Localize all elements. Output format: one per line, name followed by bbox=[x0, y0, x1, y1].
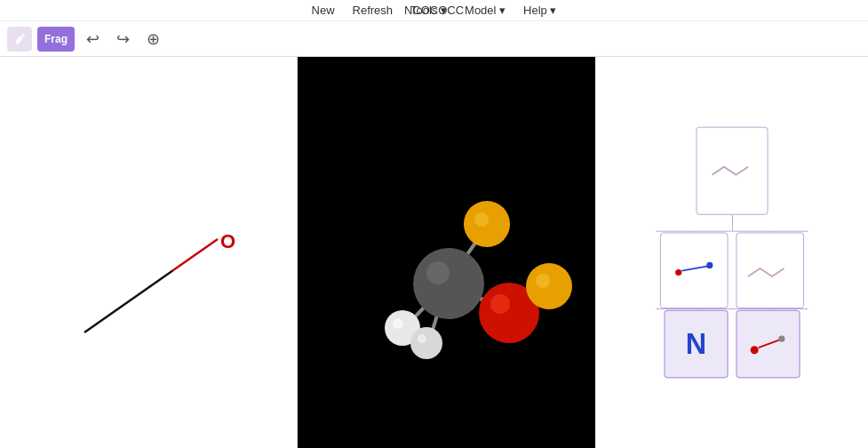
svg-point-21 bbox=[706, 262, 713, 268]
tree-branch-3a: N bbox=[664, 309, 728, 378]
menu-new[interactable]: New bbox=[305, 2, 342, 19]
tree-level-2 bbox=[660, 232, 804, 308]
svg-point-14 bbox=[426, 261, 450, 284]
svg-line-0 bbox=[84, 270, 173, 332]
svg-point-17 bbox=[526, 263, 572, 309]
drawing-canvas[interactable]: O bbox=[0, 57, 298, 448]
menu-model[interactable]: Model ▾ bbox=[458, 2, 513, 19]
tree-card-2b[interactable] bbox=[736, 233, 804, 309]
3d-view-panel[interactable] bbox=[298, 57, 595, 448]
molecule-3d bbox=[298, 57, 595, 448]
svg-line-1 bbox=[173, 239, 218, 270]
menu-refresh[interactable]: Refresh bbox=[346, 2, 401, 19]
menu-bar: NCOCOCC New Refresh Tools ▾ Model ▾ Help… bbox=[0, 0, 868, 21]
svg-line-20 bbox=[681, 266, 708, 270]
tree-level-3: N bbox=[664, 309, 800, 378]
tree-branch-3b bbox=[736, 309, 800, 378]
svg-line-23 bbox=[758, 340, 779, 348]
tree-card-3b[interactable] bbox=[736, 310, 800, 379]
svg-point-16 bbox=[490, 294, 510, 314]
drawing-panel[interactable]: O bbox=[0, 57, 298, 448]
molecule-tree: N bbox=[656, 127, 808, 379]
settings-button[interactable]: ⊕ bbox=[140, 27, 165, 52]
tree-card-root[interactable] bbox=[696, 127, 768, 215]
pen-tool-button[interactable] bbox=[7, 27, 32, 52]
atom-label-o: O bbox=[220, 230, 235, 252]
tree-branch-right bbox=[736, 232, 804, 308]
redo-button[interactable]: ↪ bbox=[110, 27, 135, 52]
tree-card-3a[interactable]: N bbox=[664, 310, 728, 379]
tree-connector-1 bbox=[731, 215, 732, 231]
svg-point-13 bbox=[413, 248, 484, 319]
svg-point-19 bbox=[675, 269, 681, 276]
svg-point-8 bbox=[474, 212, 489, 227]
main-content: O bbox=[0, 57, 868, 448]
tree-branch-left bbox=[660, 232, 729, 308]
app-title: NCOCOCC bbox=[404, 4, 464, 17]
tree-panel: N bbox=[595, 57, 868, 448]
menu-help[interactable]: Help ▾ bbox=[516, 2, 563, 19]
svg-point-11 bbox=[410, 327, 442, 359]
tree-card-2a[interactable] bbox=[660, 233, 729, 309]
svg-point-22 bbox=[750, 346, 758, 354]
svg-point-18 bbox=[536, 274, 550, 288]
tree-card-3a-label: N bbox=[685, 327, 705, 361]
frag-button[interactable]: Frag bbox=[37, 27, 75, 52]
svg-point-12 bbox=[418, 334, 426, 343]
toolbar: Frag ↩ ↪ ⊕ bbox=[0, 21, 868, 57]
svg-point-24 bbox=[778, 336, 784, 342]
svg-point-10 bbox=[393, 318, 403, 329]
undo-button[interactable]: ↩ bbox=[80, 27, 105, 52]
